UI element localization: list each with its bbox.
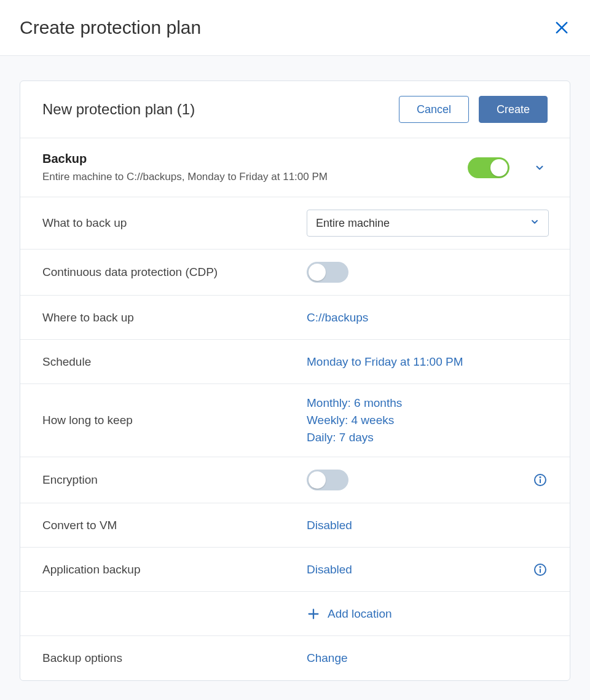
content-area: New protection plan (1) Cancel Create Ba… [0, 56, 590, 681]
app-backup-value[interactable]: Disabled [307, 563, 352, 576]
backup-section-header: Backup Entire machine to C://backups, Mo… [20, 138, 570, 197]
header-actions: Cancel Create [399, 96, 548, 123]
what-to-backup-row: What to back up Entire machine [20, 197, 570, 250]
retention-daily: Daily: 7 days [307, 431, 374, 444]
toggle-knob [309, 264, 326, 281]
modal-header: Create protection plan [0, 0, 590, 56]
retention-row: How long to keep Monthly: 6 months Weekl… [20, 384, 570, 457]
what-to-backup-select[interactable]: Entire machine [307, 210, 549, 237]
retention-monthly: Monthly: 6 months [307, 396, 402, 410]
where-to-backup-value[interactable]: C://backups [307, 311, 548, 324]
app-backup-label: Application backup [42, 563, 307, 576]
info-icon [533, 562, 548, 577]
add-location-row: Add location [20, 592, 570, 636]
info-icon [533, 473, 548, 487]
retention-label: How long to keep [42, 414, 307, 427]
cdp-row: Continuous data protection (CDP) [20, 250, 570, 296]
close-button[interactable] [553, 19, 570, 36]
encryption-toggle[interactable] [307, 470, 348, 490]
toggle-knob [309, 471, 326, 489]
cdp-toggle[interactable] [307, 262, 348, 283]
encryption-row: Encryption [20, 457, 570, 503]
cdp-label: Continuous data protection (CDP) [42, 265, 307, 279]
plan-title[interactable]: New protection plan (1) [42, 101, 195, 118]
retention-weekly: Weekly: 4 weeks [307, 414, 394, 427]
create-button[interactable]: Create [479, 96, 548, 123]
encryption-info-button[interactable] [533, 473, 548, 487]
chevron-down-icon [530, 217, 540, 227]
plus-icon [307, 607, 320, 621]
encryption-label: Encryption [42, 473, 307, 487]
where-to-backup-label: Where to back up [42, 311, 307, 324]
backup-options-row: Backup options Change [20, 636, 570, 680]
schedule-row: Schedule Monday to Friday at 11:00 PM [20, 340, 570, 384]
cancel-button[interactable]: Cancel [399, 96, 469, 123]
what-to-backup-label: What to back up [42, 216, 307, 230]
card-header: New protection plan (1) Cancel Create [20, 81, 570, 138]
backup-options-label: Backup options [42, 651, 307, 665]
convert-vm-value[interactable]: Disabled [307, 519, 548, 532]
svg-point-7 [540, 566, 540, 567]
schedule-value[interactable]: Monday to Friday at 11:00 PM [307, 355, 548, 369]
collapse-button[interactable] [534, 162, 545, 173]
convert-vm-label: Convert to VM [42, 519, 307, 532]
backup-section-subtitle: Entire machine to C://backups, Monday to… [42, 171, 468, 183]
backup-options-value[interactable]: Change [307, 651, 548, 665]
schedule-label: Schedule [42, 355, 307, 369]
add-location-button[interactable]: Add location [307, 607, 392, 621]
backup-section-title: Backup [42, 152, 468, 166]
backup-enabled-toggle[interactable] [468, 157, 509, 178]
modal-title: Create protection plan [20, 17, 201, 38]
toggle-knob [490, 159, 508, 176]
where-to-backup-row: Where to back up C://backups [20, 296, 570, 340]
app-backup-row: Application backup Disabled [20, 548, 570, 592]
svg-point-4 [540, 477, 540, 478]
add-location-label: Add location [328, 607, 392, 621]
convert-vm-row: Convert to VM Disabled [20, 503, 570, 548]
plan-card: New protection plan (1) Cancel Create Ba… [20, 81, 570, 681]
chevron-down-icon [534, 162, 545, 173]
retention-value[interactable]: Monthly: 6 months Weekly: 4 weeks Daily:… [307, 396, 548, 444]
close-icon [553, 19, 570, 36]
app-backup-info-button[interactable] [533, 562, 548, 577]
what-to-backup-value: Entire machine [316, 217, 390, 230]
